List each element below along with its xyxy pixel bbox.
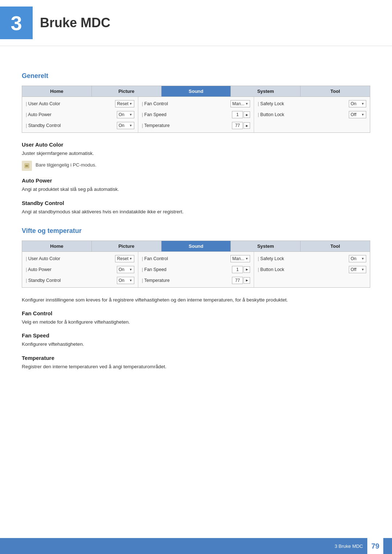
generelt-auto-power-control[interactable]: On ▼ (117, 111, 134, 118)
generelt-button-lock-row: Button Lock Off ▼ (254, 109, 370, 120)
standby-control-text: Angi at standbymodus skal aktiveres hvis… (22, 208, 370, 216)
generelt-temperature-label: Temperature (142, 123, 232, 128)
generelt-col1: User Auto Color Reset ▼ Auto Power On ▼ … (22, 97, 138, 132)
vifte-tab-row: Home Picture Sound System Tool (22, 241, 370, 252)
v-button-lock-arrow: ▼ (361, 268, 364, 271)
generelt-auto-power-row: Auto Power On ▼ (22, 109, 138, 120)
tab-picture-2[interactable]: Picture (92, 241, 162, 251)
generelt-control-panel: Home Picture Sound System Tool User Auto… (22, 86, 370, 133)
vifte-button-lock-label: Button Lock (258, 267, 349, 272)
fan-control-text: Velg en metode for å konfigurere vifteha… (22, 319, 370, 326)
tab-home-2[interactable]: Home (22, 241, 92, 251)
auto-power-arrow: ▼ (129, 113, 132, 116)
generelt-standby-control-label: Standby Control (26, 123, 117, 128)
v-standby-arrow: ▼ (129, 279, 132, 282)
chapter-number: 3 (11, 11, 22, 35)
vifte-safety-lock-control[interactable]: On ▼ (349, 255, 366, 262)
generelt-safety-lock-select[interactable]: On ▼ (349, 100, 366, 107)
section-vifte-title: Vifte og temperatur (22, 227, 370, 235)
generelt-auto-power-select[interactable]: On ▼ (117, 111, 134, 118)
generelt-button-lock-label: Button Lock (258, 112, 349, 117)
svg-text:✏: ✏ (25, 164, 29, 168)
tab-picture-1[interactable]: Picture (92, 86, 162, 97)
vifte-standby-control-select[interactable]: On ▼ (117, 277, 134, 284)
generelt-fan-control-label: Fan Control (142, 101, 230, 106)
vifte-fan-speed-control[interactable]: 1 ► (232, 266, 250, 273)
generelt-fan-speed-row: Fan Speed 1 ► (138, 109, 254, 120)
vifte-temperature-next[interactable]: ► (244, 277, 250, 284)
vifte-standby-control-control[interactable]: On ▼ (117, 277, 134, 284)
v-auto-power-arrow: ▼ (129, 268, 132, 271)
generelt-temperature-value: 77 (232, 122, 243, 129)
vifte-auto-power-label: Auto Power (26, 267, 117, 272)
vifte-control-panel: Home Picture Sound System Tool User Auto… (22, 241, 370, 288)
generelt-fan-speed-next[interactable]: ► (244, 111, 250, 118)
generelt-fan-control-select[interactable]: Man... ▼ (230, 100, 250, 107)
generelt-standby-control-control[interactable]: On ▼ (117, 122, 134, 129)
footer-text: 3 Bruke MDC (335, 543, 363, 549)
tab-sound-2[interactable]: Sound (162, 241, 231, 251)
user-auto-color-text: Juster skjermfargene automatisk. (22, 150, 370, 157)
page-number: 79 (367, 538, 383, 554)
generelt-col3: Safety Lock On ▼ Button Lock Off ▼ (254, 97, 370, 132)
vifte-fan-speed-next[interactable]: ► (244, 266, 250, 273)
generelt-safety-lock-label: Safety Lock (258, 101, 349, 106)
fan-speed-title: Fan Speed (22, 332, 370, 338)
generelt-fan-control-row: Fan Control Man... ▼ (138, 98, 254, 109)
vifte-intro-text: Konfigurer innstillingene som kreves for… (22, 296, 370, 304)
generelt-fan-speed-value: 1 (232, 111, 243, 118)
vifte-fan-control-select[interactable]: Man... ▼ (230, 255, 250, 262)
generelt-temperature-control[interactable]: 77 ► (232, 122, 250, 129)
generelt-temperature-next[interactable]: ► (244, 122, 250, 129)
generelt-temperature-row: Temperature 77 ► (138, 120, 254, 131)
standby-control-title: Standby Control (22, 200, 370, 206)
standby-arrow: ▼ (129, 124, 132, 127)
fan-speed-text: Konfigurere viftehastigheten. (22, 341, 370, 348)
main-content: Generelt Home Picture Sound System Tool … (0, 46, 392, 395)
vifte-button-lock-select[interactable]: Off ▼ (349, 266, 366, 273)
tab-tool-1[interactable]: Tool (301, 86, 370, 97)
vifte-safety-lock-select[interactable]: On ▼ (349, 255, 366, 262)
fan-control-title: Fan Control (22, 310, 370, 316)
chapter-title: Bruke MDC (40, 15, 110, 30)
generelt-user-auto-color-row: User Auto Color Reset ▼ (22, 98, 138, 109)
vifte-button-lock-row: Button Lock Off ▼ (254, 264, 370, 275)
vifte-user-auto-color-row: User Auto Color Reset ▼ (22, 253, 138, 264)
vifte-user-auto-color-control[interactable]: Reset ▼ (115, 255, 134, 262)
generelt-user-auto-color-select[interactable]: Reset ▼ (115, 100, 134, 107)
vifte-col3: Safety Lock On ▼ Button Lock Off ▼ (254, 252, 370, 287)
generelt-button-lock-control[interactable]: Off ▼ (349, 111, 366, 118)
generelt-safety-lock-control[interactable]: On ▼ (349, 100, 366, 107)
tab-system-1[interactable]: System (231, 86, 301, 97)
page-footer: 3 Bruke MDC 79 (0, 538, 392, 554)
page-header: 3 Bruke MDC (0, 0, 392, 46)
vifte-auto-power-select[interactable]: On ▼ (117, 266, 134, 273)
tab-sound-1[interactable]: Sound (162, 86, 231, 97)
auto-power-text: Angi at produktet skal slå seg på automa… (22, 186, 370, 193)
user-auto-color-title: User Auto Color (22, 141, 370, 148)
vifte-panel-body: User Auto Color Reset ▼ Auto Power On ▼ … (22, 252, 370, 287)
vifte-temperature-control[interactable]: 77 ► (232, 277, 250, 284)
generelt-fan-control-control[interactable]: Man... ▼ (230, 100, 250, 107)
generelt-button-lock-select[interactable]: Off ▼ (349, 111, 366, 118)
note-text: Bare tilgjengelig i PC-modus. (36, 161, 97, 168)
tab-tool-2[interactable]: Tool (301, 241, 370, 251)
generelt-user-auto-color-control[interactable]: Reset ▼ (115, 100, 134, 107)
vifte-col2: Fan Control Man... ▼ Fan Speed 1 ► Tempe… (138, 252, 254, 287)
generelt-user-auto-color-label: User Auto Color (26, 101, 115, 106)
vifte-fan-control-label: Fan Control (142, 256, 230, 261)
vifte-fan-control-control[interactable]: Man... ▼ (230, 255, 250, 262)
generelt-standby-control-select[interactable]: On ▼ (117, 122, 134, 129)
fan-ctrl-arrow: ▼ (245, 102, 248, 106)
v-safety-lock-arrow: ▼ (361, 257, 364, 260)
tab-home-1[interactable]: Home (22, 86, 92, 97)
vifte-fan-speed-row: Fan Speed 1 ► (138, 264, 254, 275)
vifte-button-lock-control[interactable]: Off ▼ (349, 266, 366, 273)
vifte-auto-power-control[interactable]: On ▼ (117, 266, 134, 273)
vifte-user-auto-color-select[interactable]: Reset ▼ (115, 255, 134, 262)
note-svg: ✏ (24, 163, 30, 169)
tab-system-2[interactable]: System (231, 241, 301, 251)
vifte-temperature-value: 77 (232, 277, 243, 284)
note-icon: ✏ (22, 161, 32, 171)
generelt-fan-speed-control[interactable]: 1 ► (232, 111, 250, 118)
